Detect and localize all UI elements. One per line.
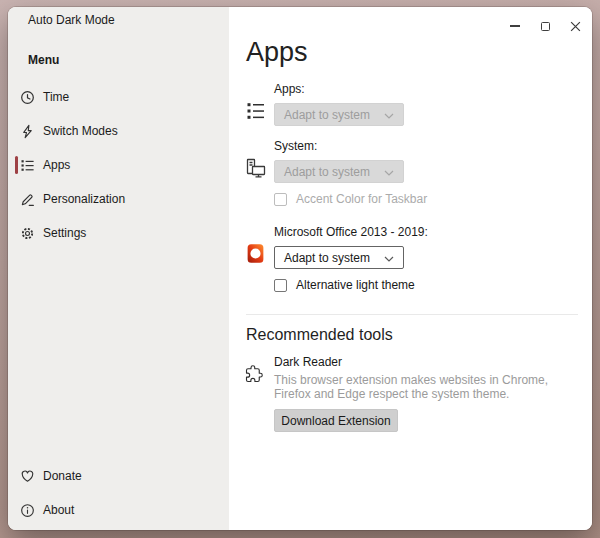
sidebar-item-personalization[interactable]: Personalization xyxy=(8,182,229,216)
desktop-pc-icon xyxy=(245,139,274,206)
recommended-tools-heading: Recommended tools xyxy=(246,326,592,344)
section-divider xyxy=(246,314,578,315)
apps-dropdown-value: Adapt to system xyxy=(284,108,370,122)
alt-light-theme-checkbox-label: Alternative light theme xyxy=(296,278,415,292)
sidebar-nav: Time Switch Modes xyxy=(8,80,229,250)
maximize-button[interactable] xyxy=(530,13,560,39)
minimize-icon xyxy=(510,25,520,26)
list-icon xyxy=(19,157,35,173)
system-dropdown-label: System: xyxy=(274,139,427,153)
section-office: Microsoft Office 2013 - 2019: Adapt to s… xyxy=(245,225,592,292)
office-dropdown-value: Adapt to system xyxy=(284,251,370,265)
office-dropdown[interactable]: Adapt to system xyxy=(274,246,404,269)
sidebar-item-label: Donate xyxy=(43,469,82,483)
close-button[interactable] xyxy=(560,13,590,39)
sidebar-item-label: Personalization xyxy=(43,192,125,206)
sidebar-footer: Donate About xyxy=(8,459,229,527)
sidebar-item-label: Switch Modes xyxy=(43,124,118,138)
section-apps: Apps: Adapt to system xyxy=(245,82,592,126)
tool-name: Dark Reader xyxy=(274,355,548,369)
list-icon xyxy=(245,82,274,126)
minimize-button[interactable] xyxy=(500,13,530,39)
sidebar-item-label: Time xyxy=(43,90,69,104)
tool-description-line1: This browser extension makes websites in… xyxy=(274,373,548,387)
puzzle-icon xyxy=(245,355,274,432)
clock-icon xyxy=(19,89,35,105)
titlebar-controls xyxy=(500,13,590,39)
accent-color-checkbox xyxy=(274,193,287,206)
lightning-icon xyxy=(19,123,35,139)
sidebar-item-time[interactable]: Time xyxy=(8,80,229,114)
system-dropdown: Adapt to system xyxy=(274,160,404,183)
office-dropdown-label: Microsoft Office 2013 - 2019: xyxy=(274,225,428,239)
section-system: System: Adapt to system Accent Color for… xyxy=(245,139,592,206)
apps-dropdown-label: Apps: xyxy=(274,82,404,96)
pen-icon xyxy=(19,191,35,207)
accent-color-checkbox-row: Accent Color for Taskbar xyxy=(274,192,427,206)
sidebar-item-apps[interactable]: Apps xyxy=(8,148,229,182)
sidebar-item-settings[interactable]: Settings xyxy=(8,216,229,250)
download-extension-button[interactable]: Download Extension xyxy=(274,409,398,432)
tool-description-line2: Firefox and Edge respect the system them… xyxy=(274,387,548,401)
close-icon xyxy=(570,21,581,32)
menu-heading: Menu xyxy=(28,53,229,67)
main-panel: Apps Apps: Adapt to system xyxy=(229,7,592,530)
system-dropdown-value: Adapt to system xyxy=(284,165,370,179)
alt-light-theme-checkbox-row[interactable]: Alternative light theme xyxy=(274,278,428,292)
app-window: Auto Dark Mode Menu Time Swit xyxy=(8,7,592,530)
chevron-down-icon xyxy=(384,108,394,122)
sidebar: Auto Dark Mode Menu Time Swit xyxy=(8,7,229,530)
app-title: Auto Dark Mode xyxy=(8,7,229,27)
apps-dropdown: Adapt to system xyxy=(274,103,404,126)
chevron-down-icon xyxy=(384,165,394,179)
office-logo-icon xyxy=(245,225,274,292)
chevron-down-icon xyxy=(384,251,394,265)
sidebar-item-label: About xyxy=(43,503,74,517)
page-title: Apps xyxy=(246,37,592,68)
alt-light-theme-checkbox[interactable] xyxy=(274,279,287,292)
accent-color-checkbox-label: Accent Color for Taskbar xyxy=(296,192,427,206)
dark-reader-tool: Dark Reader This browser extension makes… xyxy=(245,355,592,432)
info-icon xyxy=(19,502,35,518)
tool-description: This browser extension makes websites in… xyxy=(274,373,548,401)
maximize-icon xyxy=(541,22,550,31)
heart-icon xyxy=(19,468,35,484)
sidebar-item-about[interactable]: About xyxy=(8,493,229,527)
gear-icon xyxy=(19,225,35,241)
selected-indicator xyxy=(15,156,18,174)
sidebar-item-label: Apps xyxy=(43,158,70,172)
sidebar-item-switch-modes[interactable]: Switch Modes xyxy=(8,114,229,148)
sidebar-item-label: Settings xyxy=(43,226,86,240)
sidebar-item-donate[interactable]: Donate xyxy=(8,459,229,493)
